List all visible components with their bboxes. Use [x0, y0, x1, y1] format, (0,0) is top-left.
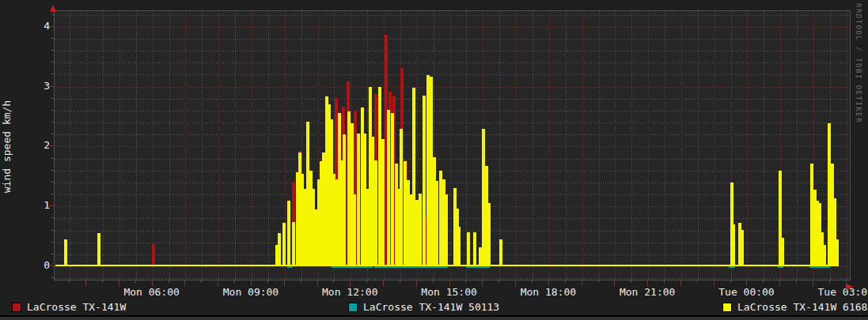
- legend-label: LaCrosse TX-141W 61682: [737, 303, 868, 312]
- grid-major-h: [55, 87, 851, 88]
- y-major-tick: [49, 86, 54, 87]
- y-tick-label: 4: [16, 21, 50, 31]
- x-minor-tick: [697, 280, 698, 283]
- x-major-tick: [416, 280, 417, 286]
- yellow-series-bar: [445, 194, 448, 266]
- grid-minor-v: [70, 11, 70, 281]
- x-minor-tick: [267, 280, 268, 283]
- y-minor-tick: [51, 110, 54, 111]
- grid-major-v: [119, 11, 120, 281]
- window-edge-strip: [0, 317, 868, 320]
- teal-series-swatch-icon: [348, 303, 358, 312]
- y-axis-title: wind speed km/h: [1, 96, 13, 198]
- red-series-bar: [152, 244, 155, 266]
- x-minor-tick: [598, 280, 599, 283]
- y-tick-label: 0: [16, 260, 50, 270]
- x-major-tick: [779, 280, 780, 286]
- y-minor-tick: [51, 182, 54, 183]
- grid-minor-h: [55, 159, 851, 160]
- x-minor-tick: [565, 280, 566, 283]
- y-major-tick: [49, 265, 54, 266]
- x-tick-label: Mon 06:00: [120, 287, 184, 297]
- grid-minor-h: [55, 122, 851, 123]
- x-minor-tick: [333, 280, 334, 283]
- yellow-series-bar: [409, 194, 412, 266]
- grid-minor-v: [764, 11, 764, 281]
- yellow-series-bar: [823, 245, 826, 266]
- grid-minor-h: [55, 99, 851, 100]
- grid-minor-v: [103, 11, 104, 281]
- x-minor-tick: [201, 280, 202, 283]
- x-minor-tick: [730, 280, 731, 283]
- grid-major-h: [55, 27, 851, 28]
- x-major-tick: [813, 280, 813, 286]
- yellow-series-bar: [374, 160, 377, 266]
- x-minor-tick: [796, 280, 797, 283]
- yellow-series-bar: [482, 129, 485, 266]
- y-minor-tick: [51, 73, 54, 74]
- legend-item-teal: LaCrosse TX-141W 50113: [348, 303, 499, 312]
- grid-major-v: [185, 11, 186, 281]
- x-major-tick: [251, 280, 252, 286]
- x-minor-tick: [301, 280, 301, 283]
- grid-minor-v: [169, 11, 170, 281]
- yellow-series-bar: [430, 77, 433, 266]
- grid-major-v: [86, 11, 87, 281]
- yellow-series-bar: [836, 239, 839, 266]
- legend-item-red: LaCrosse TX-141W: [12, 303, 126, 312]
- x-minor-tick: [664, 280, 665, 283]
- y-major-tick: [49, 205, 54, 206]
- yellow-series-bar: [357, 134, 360, 266]
- x-major-tick: [647, 280, 648, 286]
- yellow-series-bar: [467, 232, 470, 266]
- grid-minor-h: [55, 134, 851, 135]
- x-major-tick: [383, 280, 384, 286]
- yellow-series-bar: [400, 129, 403, 266]
- yellow-series-bar: [97, 233, 100, 266]
- yellow-series-bar: [732, 224, 735, 266]
- yellow-series-bar: [439, 171, 442, 266]
- x-major-tick: [746, 280, 747, 286]
- grid-minor-v: [631, 11, 632, 281]
- y-minor-tick: [51, 122, 54, 122]
- x-minor-tick: [631, 280, 631, 283]
- y-minor-tick: [51, 98, 54, 99]
- yellow-series-bar: [282, 223, 286, 266]
- x-major-tick: [449, 280, 450, 286]
- yellow-series-bar: [404, 161, 407, 266]
- yellow-series-bar: [381, 139, 385, 266]
- yellow-series-bar: [391, 113, 394, 266]
- grid-major-v: [714, 11, 715, 281]
- yellow-series-bar: [458, 227, 461, 266]
- y-major-tick: [49, 145, 54, 146]
- y-minor-tick: [51, 254, 54, 254]
- yellow-series-bar: [278, 233, 281, 266]
- yellow-series-swatch-icon: [722, 303, 732, 312]
- x-major-tick: [614, 280, 615, 286]
- watermark-text: RRDTOOL / TOBI OETIKER: [855, 3, 862, 123]
- grid-major-v: [252, 11, 252, 281]
- plot-area: [54, 10, 851, 280]
- x-major-tick: [548, 280, 549, 286]
- yellow-series-bar: [303, 189, 306, 266]
- yellow-series-bar: [415, 200, 419, 266]
- grid-minor-v: [698, 11, 699, 281]
- yellow-series-bar: [781, 238, 784, 266]
- grid-minor-v: [235, 11, 236, 281]
- x-minor-tick: [69, 280, 70, 283]
- yellow-series-bar: [810, 164, 813, 266]
- x-minor-tick: [234, 280, 235, 283]
- y-minor-tick: [51, 50, 54, 51]
- x-major-tick: [350, 280, 351, 286]
- x-minor-tick: [465, 280, 466, 283]
- yellow-series-bar: [487, 203, 491, 266]
- yellow-series-bar: [741, 230, 744, 266]
- x-major-tick: [152, 280, 153, 286]
- grid-major-v: [615, 11, 616, 281]
- y-minor-tick: [51, 14, 54, 15]
- legend-item-yellow: LaCrosse TX-141W 61682: [722, 303, 868, 312]
- y-minor-tick: [51, 242, 54, 243]
- grid-minor-h: [55, 15, 851, 16]
- x-tick-label: Mon 18:00: [517, 287, 580, 297]
- x-tick-label: Tue 03:00: [814, 287, 868, 297]
